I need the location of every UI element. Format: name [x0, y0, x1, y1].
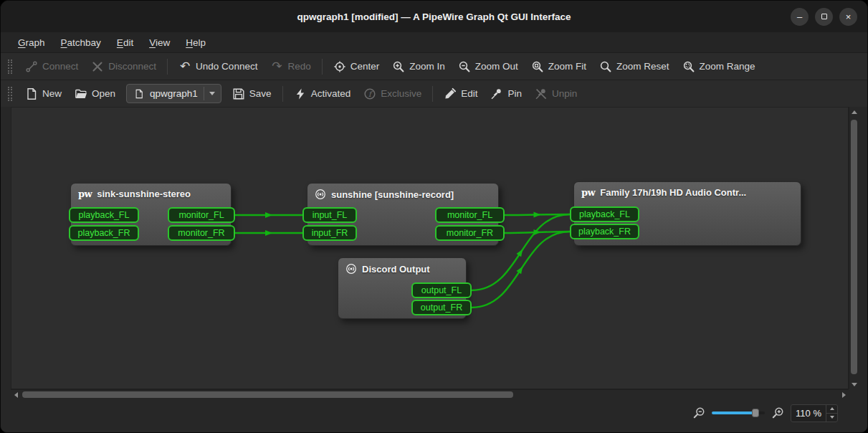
connections-layer [11, 107, 849, 389]
maximize-icon [821, 14, 827, 19]
save-icon [232, 87, 245, 100]
unpin-button[interactable]: Unpin [529, 84, 583, 104]
connect-button[interactable]: Connect [19, 57, 84, 77]
zoom-reset-icon [599, 60, 612, 73]
horizontal-scroll-thumb[interactable] [22, 391, 513, 398]
zoom-in-icon [392, 60, 405, 73]
minimize-button[interactable]: – [791, 8, 809, 26]
center-icon [333, 60, 346, 73]
port-family-playback-fr[interactable]: playback_FR [570, 224, 639, 239]
zoom-fit-icon [531, 60, 544, 73]
port-sunshine-monitor-fr[interactable]: monitor_FR [435, 225, 505, 241]
vertical-scroll-track[interactable] [849, 117, 859, 379]
statusbar: 110 % [1, 399, 867, 432]
toolbar-separator [432, 86, 433, 102]
port-sunshine-input-fl[interactable]: input_FL [302, 207, 357, 223]
zoom-out-icon [458, 60, 471, 73]
toolbar-main: Connect Disconnect ↶ Undo Connect ↷ Redo… [1, 52, 867, 80]
port-sink-playback-fr[interactable]: playback_FR [69, 225, 139, 241]
vertical-scrollbar[interactable] [849, 107, 859, 389]
menu-view[interactable]: View [142, 34, 177, 51]
open-folder-icon [75, 87, 87, 100]
exclusive-icon [363, 87, 376, 100]
scroll-left-arrow[interactable] [11, 390, 21, 400]
disconnect-button[interactable]: Disconnect [85, 57, 162, 77]
port-sunshine-input-fr[interactable]: input_FR [302, 225, 357, 241]
zoom-range-button[interactable]: Zoom Range [677, 57, 761, 77]
menu-patchbay[interactable]: Patchbay [54, 34, 108, 51]
pencil-icon [444, 87, 457, 100]
zoom-in-button[interactable]: Zoom In [386, 57, 451, 77]
activated-button[interactable]: Activated [288, 84, 357, 104]
scrollbar-corner [849, 389, 859, 399]
unpin-icon [535, 87, 548, 100]
undo-icon: ↶ [178, 60, 191, 73]
port-discord-output-fr[interactable]: output_FR [411, 300, 472, 315]
vertical-scroll-thumb[interactable] [851, 120, 857, 374]
open-button[interactable]: Open [69, 84, 121, 104]
edit-button[interactable]: Edit [438, 84, 483, 104]
zoom-out-button[interactable]: Zoom Out [452, 57, 524, 77]
document-icon [133, 87, 146, 100]
pin-button[interactable]: Pin [485, 84, 528, 104]
toolbar-separator [322, 59, 323, 75]
graph-canvas[interactable]: pw sink-sunshine-stereo sunshine [sunshi… [11, 107, 849, 389]
port-sink-monitor-fr[interactable]: monitor_FR [168, 225, 235, 241]
zoom-spinbox[interactable]: 110 % [791, 404, 838, 422]
zoom-slider-fill [712, 411, 755, 414]
toolbar-patchbay: New Open qpwgraph1 Save Activated Exclus… [1, 80, 867, 107]
window-title: qpwgraph1 [modified] — A PipeWire Graph … [1, 11, 867, 22]
window-titlebar[interactable]: qpwgraph1 [modified] — A PipeWire Graph … [1, 1, 867, 32]
wire-arrow [265, 212, 272, 218]
close-button[interactable]: × [839, 8, 857, 26]
wire-arrow [265, 230, 272, 236]
menu-edit[interactable]: Edit [110, 34, 140, 51]
scroll-up-arrow[interactable] [849, 107, 859, 117]
toolbar-separator [167, 59, 168, 75]
scroll-down-arrow[interactable] [849, 379, 859, 389]
save-button[interactable]: Save [226, 84, 277, 104]
zoom-fit-button[interactable]: Zoom Fit [525, 57, 592, 77]
center-button[interactable]: Center [328, 57, 386, 77]
menu-help[interactable]: Help [178, 34, 213, 51]
menubar: Graph Patchbay Edit View Help [1, 32, 867, 52]
zoom-spin-up[interactable] [826, 405, 837, 414]
scroll-right-arrow[interactable] [839, 390, 849, 400]
zoom-out-icon[interactable] [692, 406, 705, 419]
zoom-spin-down[interactable] [826, 414, 837, 422]
toolbar-separator [282, 86, 283, 102]
port-sink-playback-fl[interactable]: playback_FL [69, 207, 139, 223]
menu-graph[interactable]: Graph [11, 34, 52, 51]
port-family-playback-fl[interactable]: playback_FL [570, 206, 639, 222]
lightning-icon [294, 87, 307, 100]
exclusive-button[interactable]: Exclusive [358, 84, 427, 104]
connect-icon [25, 60, 38, 73]
patchbay-combo[interactable]: qpwgraph1 [126, 84, 221, 103]
zoom-slider[interactable] [712, 407, 765, 419]
redo-icon: ↷ [270, 60, 283, 73]
port-sunshine-monitor-fl[interactable]: monitor_FL [435, 207, 505, 223]
new-document-icon [25, 87, 38, 100]
toolbar-drag-handle[interactable] [8, 60, 12, 74]
zoom-slider-handle[interactable] [752, 409, 759, 417]
port-discord-output-fl[interactable]: output_FL [411, 282, 472, 298]
horizontal-scrollbar[interactable] [11, 389, 849, 399]
horizontal-scroll-track[interactable] [21, 390, 839, 399]
canvas-area: pw sink-sunshine-stereo sunshine [sunshi… [11, 107, 857, 399]
zoom-range-icon [682, 60, 695, 73]
app-window: qpwgraph1 [modified] — A PipeWire Graph … [0, 0, 868, 433]
zoom-value: 110 % [791, 405, 826, 422]
disconnect-icon [91, 60, 104, 73]
zoom-in-icon[interactable] [771, 406, 784, 419]
toolbar-drag-handle[interactable] [8, 87, 12, 101]
zoom-reset-button[interactable]: Zoom Reset [593, 57, 675, 77]
redo-button[interactable]: ↷ Redo [264, 57, 316, 77]
maximize-button[interactable] [815, 8, 833, 26]
wire-arrow [534, 212, 541, 218]
undo-connect-button[interactable]: ↶ Undo Connect [173, 57, 263, 77]
pin-icon [490, 87, 503, 100]
combo-dropdown[interactable] [204, 87, 215, 100]
port-sink-monitor-fl[interactable]: monitor_FL [168, 207, 235, 223]
chevron-down-icon [209, 92, 215, 95]
new-button[interactable]: New [19, 84, 67, 104]
